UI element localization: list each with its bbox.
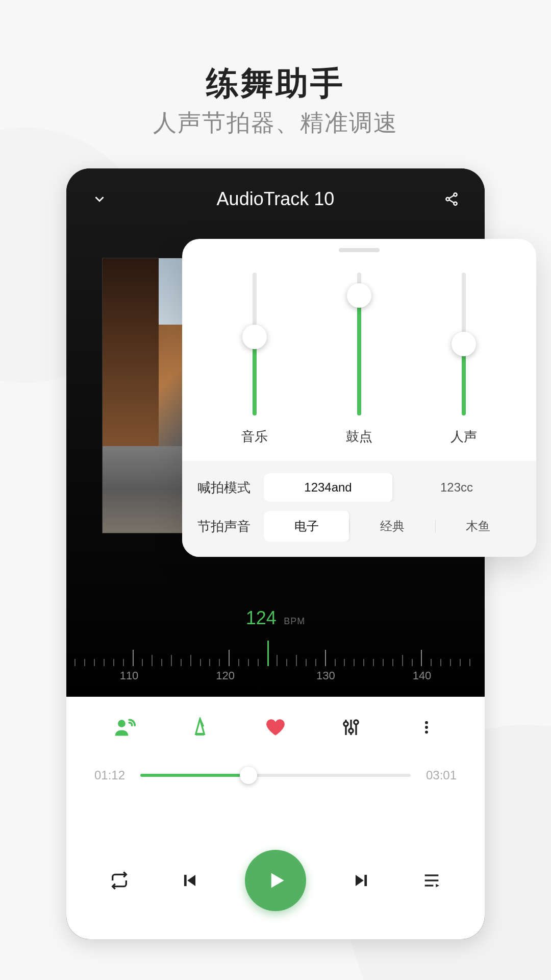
svg-rect-17 bbox=[184, 875, 187, 886]
collapse-icon[interactable] bbox=[89, 189, 110, 209]
bpm-display: 124 BPM bbox=[66, 607, 485, 629]
progress-fill bbox=[140, 774, 248, 777]
promo-subtitle: 人声节拍器、精准调速 bbox=[0, 107, 551, 139]
beat-sound-option[interactable]: 经典 bbox=[349, 511, 435, 542]
play-button[interactable] bbox=[245, 850, 306, 911]
next-button[interactable] bbox=[346, 865, 377, 896]
svg-point-5 bbox=[118, 720, 126, 727]
slider-label: 鼓点 bbox=[346, 428, 372, 446]
progress-bar[interactable]: 01:12 03:01 bbox=[94, 768, 457, 782]
svg-point-15 bbox=[425, 726, 428, 729]
player-header: AudioTrack 10 bbox=[66, 179, 485, 219]
repeat-button[interactable] bbox=[104, 865, 135, 896]
more-menu-button[interactable] bbox=[411, 712, 442, 743]
mixer-sliders: 音乐 鼓点 人声 bbox=[182, 252, 536, 456]
svg-point-16 bbox=[425, 730, 428, 733]
count-mode-option[interactable]: 1234and bbox=[264, 473, 392, 502]
svg-point-2 bbox=[454, 202, 457, 205]
bpm-unit: BPM bbox=[284, 616, 305, 626]
player-controls-panel: 01:12 03:01 bbox=[66, 697, 485, 939]
total-time: 03:01 bbox=[421, 768, 457, 782]
ruler-label: 120 bbox=[216, 669, 235, 682]
bpm-value: 124 bbox=[246, 607, 277, 628]
progress-thumb[interactable] bbox=[240, 767, 257, 784]
count-mode-label: 喊拍模式 bbox=[197, 479, 264, 497]
svg-point-9 bbox=[344, 722, 348, 726]
settings-popup: 音乐 鼓点 人声 喊拍模式 1234and 123cc 节拍声音 bbox=[182, 239, 536, 557]
settings-options: 喊拍模式 1234and 123cc 节拍声音 电子 经典 木鱼 bbox=[182, 461, 536, 557]
count-mode-option[interactable]: 123cc bbox=[392, 473, 521, 502]
transport-row bbox=[66, 850, 485, 911]
slider-drums[interactable]: 鼓点 bbox=[346, 273, 372, 446]
svg-point-14 bbox=[425, 721, 428, 724]
slider-vocal[interactable]: 人声 bbox=[450, 273, 477, 446]
svg-point-11 bbox=[349, 729, 353, 733]
ruler-label: 130 bbox=[316, 669, 335, 682]
beat-sound-label: 节拍声音 bbox=[197, 518, 264, 535]
metronome-button[interactable] bbox=[185, 712, 215, 743]
svg-point-0 bbox=[454, 193, 457, 196]
elapsed-time: 01:12 bbox=[94, 768, 130, 782]
bpm-ruler[interactable]: 110 120 130 140 bbox=[66, 638, 485, 684]
ruler-label: 140 bbox=[413, 669, 432, 682]
action-row bbox=[66, 712, 485, 743]
progress-track[interactable] bbox=[140, 774, 411, 777]
previous-button[interactable] bbox=[174, 865, 205, 896]
share-icon[interactable] bbox=[441, 189, 462, 209]
slider-label: 人声 bbox=[450, 428, 477, 446]
svg-point-13 bbox=[354, 720, 358, 724]
track-title: AudioTrack 10 bbox=[217, 188, 335, 210]
drag-handle-icon[interactable] bbox=[339, 248, 380, 252]
playlist-button[interactable] bbox=[416, 865, 447, 896]
ruler-label: 110 bbox=[120, 669, 139, 682]
svg-line-4 bbox=[449, 200, 454, 203]
svg-line-3 bbox=[449, 195, 454, 199]
svg-point-1 bbox=[446, 198, 449, 201]
slider-label: 音乐 bbox=[241, 428, 268, 446]
equalizer-button[interactable] bbox=[336, 712, 366, 743]
beat-sound-option[interactable]: 电子 bbox=[264, 511, 349, 542]
beat-sound-option[interactable]: 木鱼 bbox=[436, 511, 521, 542]
beat-sound-segmented[interactable]: 电子 经典 木鱼 bbox=[264, 511, 521, 542]
svg-rect-18 bbox=[364, 875, 367, 886]
voice-count-button[interactable] bbox=[109, 712, 140, 743]
count-mode-segmented[interactable]: 1234and 123cc bbox=[264, 473, 521, 502]
favorite-button[interactable] bbox=[260, 712, 291, 743]
promo-title: 练舞助手 bbox=[0, 61, 551, 106]
slider-music[interactable]: 音乐 bbox=[241, 273, 268, 446]
